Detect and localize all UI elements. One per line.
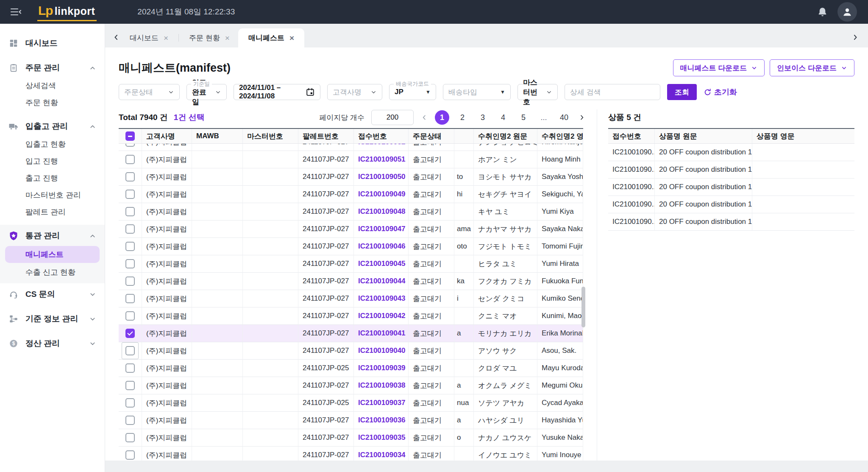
tabs-scroll-left-icon[interactable] xyxy=(112,33,120,42)
tab-close-icon[interactable]: × xyxy=(225,34,230,42)
invoice-download-button[interactable]: 인보이스 다운로드 xyxy=(770,59,854,76)
row-checkbox[interactable] xyxy=(125,433,135,442)
sidebar-item-master-data[interactable]: 기준 정보 관리 xyxy=(0,310,105,328)
receipt-link[interactable]: IC2100109034 xyxy=(358,451,406,459)
receipt-link[interactable]: IC2100109036 xyxy=(358,416,406,425)
tab-close-icon[interactable]: × xyxy=(164,34,168,42)
table-row[interactable]: (주)지피클럽241107JP-027IC2100109042출고대기クニミ マ… xyxy=(119,307,583,325)
receipt-link[interactable]: IC2100109052 xyxy=(358,144,406,146)
base-date-type-select[interactable]: 기준일 입고완료일 xyxy=(186,84,227,100)
receipt-link[interactable]: IC2100109049 xyxy=(358,190,406,198)
date-range-input[interactable]: 2024/11/01 – 2024/11/08 xyxy=(234,84,320,100)
row-checkbox[interactable] xyxy=(125,207,135,216)
receipt-link[interactable]: IC2100109037 xyxy=(358,399,406,407)
row-checkbox[interactable] xyxy=(125,329,135,338)
notification-bell-icon[interactable] xyxy=(817,6,828,18)
table-row[interactable]: (주)지피클럽241107JP-027IC2100109043출고대기iセンダ … xyxy=(119,290,583,307)
calendar-icon[interactable] xyxy=(302,87,315,97)
pagination-prev-icon[interactable] xyxy=(420,114,428,121)
receipt-link[interactable]: IC2100109048 xyxy=(358,207,406,216)
receipt-link[interactable]: IC2100109044 xyxy=(358,277,406,285)
selected-count[interactable]: 1건 선택 xyxy=(174,112,205,123)
table-row[interactable]: (주)지피클럽241107JP-025IC2100109037출고대기nuaソテ… xyxy=(119,394,583,412)
sidebar-subitem[interactable]: 입고 진행 xyxy=(0,153,105,170)
receipt-link[interactable]: IC2100109051 xyxy=(358,155,406,164)
tab-item[interactable]: 주문 현황× xyxy=(181,28,238,47)
order-status-select[interactable]: 주문상태 xyxy=(119,84,180,100)
tab-close-icon[interactable]: × xyxy=(289,34,294,42)
row-checkbox[interactable] xyxy=(125,381,135,390)
pagination-next-icon[interactable] xyxy=(578,114,586,121)
search-button[interactable]: 조회 xyxy=(667,84,697,100)
pagination-page-button[interactable]: 4 xyxy=(496,110,510,125)
row-checkbox[interactable] xyxy=(125,172,135,182)
row-checkbox[interactable] xyxy=(125,190,135,199)
row-checkbox[interactable] xyxy=(125,155,135,164)
table-row[interactable]: (주)지피클럽241107JP-027IC2100109047출고대기amaナカ… xyxy=(119,221,583,238)
row-checkbox[interactable] xyxy=(125,242,135,251)
sidebar-subitem[interactable]: 주문 현황 xyxy=(0,94,105,111)
receipt-link[interactable]: IC2100109047 xyxy=(358,225,406,233)
table-row[interactable]: (주)지피클럽241107JP-027IC2100109041출고대기aモリナカ… xyxy=(119,325,583,342)
table-row[interactable]: (주)지피클럽241107JP-027IC2100109049출고대기hiセキグ… xyxy=(119,186,583,203)
receipt-link[interactable]: IC2100109038 xyxy=(358,381,406,390)
table-row[interactable]: (주)지피클럽241107JP-027IC2100109050출고대기toヨシモ… xyxy=(119,168,583,186)
row-checkbox[interactable] xyxy=(125,311,135,321)
sidebar-collapse-icon[interactable] xyxy=(10,7,23,17)
sidebar-item-warehouse[interactable]: 입출고 관리 xyxy=(0,117,105,136)
product-row[interactable]: IC21001090...20 OFF coupon distribution … xyxy=(608,144,854,161)
sidebar-subitem[interactable]: 상세검색 xyxy=(0,77,105,94)
table-row[interactable]: (주)지피클럽241107JP-027IC2100109052출고대기ナンジョウ… xyxy=(119,144,583,151)
receipt-link[interactable]: IC2100109045 xyxy=(358,260,406,268)
product-row[interactable]: IC21001090...20 OFF coupon distribution … xyxy=(608,196,854,213)
manifest-download-button[interactable]: 매니페스트 다운로드 xyxy=(673,59,765,76)
pagination-page-button[interactable]: 3 xyxy=(476,110,490,125)
sidebar-subitem[interactable]: 수출 신고 현황 xyxy=(0,264,105,281)
tab-item[interactable]: 대시보드× xyxy=(121,28,177,47)
table-row[interactable]: (주)지피클럽241107JP-027IC2100109044출고대기kaフクオ… xyxy=(119,273,583,290)
table-row[interactable]: (주)지피클럽241107JP-027IC2100109040출고대기アソウ サ… xyxy=(119,342,583,360)
brand-logo[interactable]: Lp linkport xyxy=(37,3,97,21)
user-avatar[interactable] xyxy=(837,2,857,22)
pagination-page-button[interactable]: 1 xyxy=(435,110,449,125)
product-row[interactable]: IC21001090...20 OFF coupon distribution … xyxy=(608,179,854,196)
table-row[interactable]: (주)지피클럽241107JP-027IC2100109046출고대기otoフジ… xyxy=(119,238,583,255)
sidebar-subitem[interactable]: 마스터번호 관리 xyxy=(0,187,105,204)
receipt-link[interactable]: IC2100109046 xyxy=(358,242,406,251)
product-row[interactable]: IC21001090...20 OFF coupon distribution … xyxy=(608,213,854,231)
pagination-page-button[interactable]: 5 xyxy=(516,110,531,125)
table-row[interactable]: (주)지피클럽241107JP-027IC2100109048출고대기キヤ ユミ… xyxy=(119,203,583,221)
sidebar-subitem[interactable]: 출고 진행 xyxy=(0,170,105,187)
tab-active[interactable]: 매니페스트× xyxy=(238,28,304,47)
row-checkbox[interactable] xyxy=(125,346,135,355)
receipt-link[interactable]: IC2100109035 xyxy=(358,433,406,442)
pagination-page-button[interactable]: 2 xyxy=(455,110,470,125)
row-checkbox[interactable] xyxy=(125,224,135,234)
table-row[interactable]: (주)지피클럽241107JP-027IC2100109045출고대기ヒラタ ユ… xyxy=(119,255,583,273)
table-row[interactable]: (주)지피클럽241107JP-027IC2100109038출고대기aオクムラ… xyxy=(119,377,583,394)
table-row[interactable]: (주)지피클럽241107JP-027IC2100109035출고대기oナカノ … xyxy=(119,429,583,447)
product-row[interactable]: IC21001090...20 OFF coupon distribution … xyxy=(608,161,854,179)
table-row[interactable]: (주)지피클럽241107JP-027IC2100109034출고대기イノウエ … xyxy=(119,447,583,461)
detail-search-input[interactable]: 상세 검색 xyxy=(565,84,660,100)
country-code-select[interactable]: 배송국가코드 JP ▼ xyxy=(389,84,436,100)
row-checkbox[interactable] xyxy=(125,363,135,373)
select-all-checkbox[interactable] xyxy=(125,131,135,141)
receipt-link[interactable]: IC2100109039 xyxy=(358,364,406,372)
receipt-link[interactable]: IC2100109042 xyxy=(358,312,406,320)
receipt-link[interactable]: IC2100109041 xyxy=(358,329,406,338)
sidebar-item-dashboard[interactable]: 대시보드 xyxy=(0,34,105,53)
row-checkbox[interactable] xyxy=(125,259,135,268)
row-checkbox[interactable] xyxy=(125,450,135,460)
row-checkbox[interactable] xyxy=(125,276,135,286)
pagination-page-button[interactable]: 40 xyxy=(557,110,571,125)
table-row[interactable]: (주)지피클럽241107JP-027IC2100109036출고대기aハヤシダ… xyxy=(119,412,583,429)
sidebar-subitem[interactable]: 매니페스트 xyxy=(5,246,100,263)
table-row[interactable]: (주)지피클럽241107JP-025IC2100109039출고대기クロダ マ… xyxy=(119,360,583,377)
row-checkbox[interactable] xyxy=(125,294,135,303)
sidebar-item-customs[interactable]: 통관 관리 xyxy=(0,226,105,245)
master-no-select[interactable]: 마스터번호 xyxy=(517,84,558,100)
receipt-link[interactable]: IC2100109043 xyxy=(358,294,406,303)
reset-button[interactable]: 초기화 xyxy=(704,87,737,97)
row-checkbox[interactable] xyxy=(125,416,135,425)
